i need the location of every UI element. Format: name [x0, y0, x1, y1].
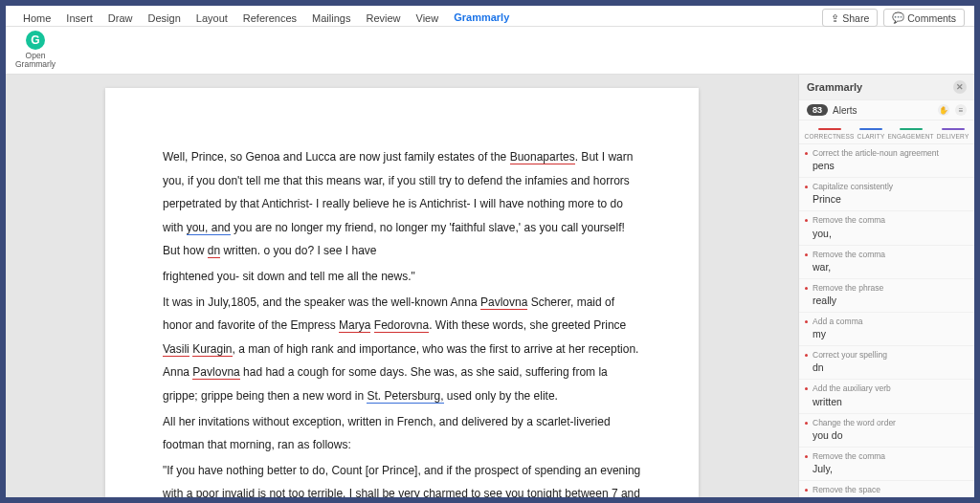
alerts-label: Alerts — [833, 105, 858, 116]
comment-icon: 💬 — [892, 11, 904, 24]
comments-button[interactable]: 💬 Comments — [883, 9, 965, 27]
grammarly-logo-icon: G — [26, 31, 45, 50]
suggestion-word: you do — [813, 429, 967, 441]
suggestion-word: my — [813, 328, 967, 339]
suggestion-dot-icon — [805, 422, 808, 425]
category-delivery[interactable]: DELIVERY — [937, 128, 969, 140]
tab-layout[interactable]: Layout — [189, 9, 235, 28]
grammar-flag[interactable]: St. Petersburg, — [367, 389, 443, 404]
suggestion-title: Add a comma — [813, 317, 967, 326]
tab-review[interactable]: Review — [358, 9, 408, 28]
document-canvas[interactable]: Well, Prince, so Genoa and Lucca are now… — [6, 75, 798, 497]
suggestion-word: pens — [813, 160, 967, 171]
category-clarity[interactable]: CLARITY — [858, 128, 885, 140]
suggestion-word: you, — [813, 228, 967, 239]
tab-grammarly[interactable]: Grammarly — [446, 8, 517, 29]
suggestion-title: Add the auxiliary verb — [813, 383, 967, 393]
tab-draw[interactable]: Draw — [100, 9, 141, 28]
suggestion-dot-icon — [805, 219, 808, 222]
suggestion-dot-icon — [805, 186, 808, 188]
suggestion-item[interactable]: Correct your spellingdn — [799, 346, 974, 380]
tab-design[interactable]: Design — [141, 9, 189, 28]
suggestion-word: and favorite — [813, 496, 967, 497]
share-button[interactable]: ⇪ Share — [822, 9, 878, 27]
ribbon-right: ⇪ Share 💬 Comments — [822, 9, 965, 27]
tab-mailings[interactable]: Mailings — [304, 9, 358, 28]
suggestion-item[interactable]: Correct the article-noun agreementpens — [799, 144, 974, 178]
grammar-flag[interactable]: you, — [187, 221, 209, 235]
share-label: Share — [842, 12, 869, 24]
suggestion-item[interactable]: Remove the commaJuly, — [799, 448, 974, 481]
suggestion-word: Prince — [813, 193, 967, 205]
spelling-flag[interactable]: Marya — [339, 318, 370, 333]
paragraph[interactable]: Well, Prince, so Genoa and Lucca are now… — [163, 145, 641, 263]
suggestion-title: Correct your spelling — [813, 350, 967, 360]
category-engagement[interactable]: ENGAGEMENT — [888, 128, 934, 140]
suggestion-dot-icon — [805, 253, 808, 256]
suggestions-list[interactable]: Correct the article-noun agreementpensCa… — [799, 144, 974, 497]
suggestion-item[interactable]: Change the word orderyou do — [799, 414, 974, 448]
spelling-flag[interactable]: Buonapartes — [510, 150, 575, 164]
suggestion-item[interactable]: Remove the phrasereally — [799, 279, 974, 313]
suggestion-item[interactable]: Add a commamy — [799, 313, 974, 346]
suggestion-item[interactable]: Remove the spaceand favorite — [799, 481, 974, 497]
paragraph[interactable]: It was in July,1805, and the speaker was… — [163, 291, 641, 408]
suggestion-title: Remove the comma — [813, 215, 967, 225]
alert-categories: CORRECTNESS CLARITY ENGAGEMENT DELIVERY — [799, 120, 974, 144]
tab-view[interactable]: View — [409, 9, 447, 28]
suggestion-item[interactable]: Add the auxiliary verbwritten — [799, 380, 974, 413]
share-icon: ⇪ — [831, 12, 839, 24]
suggestion-title: Change the word order — [813, 418, 967, 427]
suggestion-title: Remove the comma — [813, 451, 967, 461]
suggestion-title: Remove the phrase — [813, 283, 967, 293]
open-grammarly-button[interactable]: G Open Grammarly — [15, 31, 56, 68]
grammar-flag[interactable]: and — [212, 221, 231, 235]
paragraph[interactable]: "If you have nothing better to do, Count… — [163, 459, 641, 497]
suggestion-word: written — [813, 396, 967, 407]
app-window: Home Insert Draw Design Layout Reference… — [6, 6, 974, 497]
sidebar-header: Grammarly ✕ — [799, 75, 974, 100]
suggestion-item[interactable]: Remove the commayou, — [799, 211, 974, 245]
spelling-flag[interactable]: Pavlovna — [480, 295, 527, 310]
tab-references[interactable]: References — [235, 9, 304, 28]
tab-insert[interactable]: Insert — [58, 9, 100, 28]
ribbon-toolbar: G Open Grammarly — [6, 27, 974, 75]
document-page[interactable]: Well, Prince, so Genoa and Lucca are now… — [105, 88, 699, 497]
suggestion-item[interactable]: Capitalize consistentlyPrince — [799, 178, 974, 211]
suggestion-item[interactable]: Remove the commawar, — [799, 246, 974, 279]
suggestion-dot-icon — [805, 320, 808, 323]
grammarly-sidebar: Grammarly ✕ 83 Alerts ✋ ≡ CORRECTNESS CL… — [798, 75, 974, 497]
suggestion-word: really — [813, 295, 967, 306]
filter-icon[interactable]: ≡ — [955, 104, 967, 116]
suggestion-dot-icon — [805, 354, 808, 357]
hand-icon[interactable]: ✋ — [938, 104, 949, 116]
open-grammarly-label: Open Grammarly — [15, 52, 56, 68]
suggestion-title: Capitalize consistently — [813, 182, 967, 191]
spelling-flag[interactable]: Pavlovna — [192, 365, 239, 380]
suggestion-word: dn — [813, 361, 967, 373]
alerts-row: 83 Alerts ✋ ≡ — [799, 100, 974, 120]
suggestion-dot-icon — [805, 489, 808, 492]
tab-home[interactable]: Home — [15, 9, 58, 28]
suggestion-title: Correct the article-noun agreement — [813, 148, 967, 158]
suggestion-dot-icon — [805, 387, 808, 390]
suggestion-title: Remove the space — [813, 485, 967, 494]
alert-count-badge: 83 — [807, 104, 828, 116]
suggestion-dot-icon — [805, 287, 808, 290]
suggestion-dot-icon — [805, 152, 808, 155]
paragraph[interactable]: frightened you- sit down and tell me all… — [163, 265, 641, 289]
category-correctness[interactable]: CORRECTNESS — [805, 128, 855, 140]
suggestion-word: war, — [813, 261, 967, 273]
spelling-flag[interactable]: Fedorovna — [374, 318, 429, 333]
main-area: Well, Prince, so Genoa and Lucca are now… — [6, 75, 974, 497]
sidebar-title: Grammarly — [807, 81, 862, 93]
paragraph[interactable]: All her invitations without exception, w… — [163, 410, 641, 457]
suggestion-word: July, — [813, 463, 967, 474]
spelling-flag[interactable]: Vasili — [163, 342, 189, 357]
comments-label: Comments — [907, 12, 956, 24]
ribbon-tabs: Home Insert Draw Design Layout Reference… — [6, 6, 974, 27]
spelling-flag[interactable]: Kuragin — [192, 342, 232, 357]
spelling-flag[interactable]: dn — [208, 244, 220, 258]
close-icon[interactable]: ✕ — [953, 80, 967, 94]
suggestion-dot-icon — [805, 455, 808, 458]
